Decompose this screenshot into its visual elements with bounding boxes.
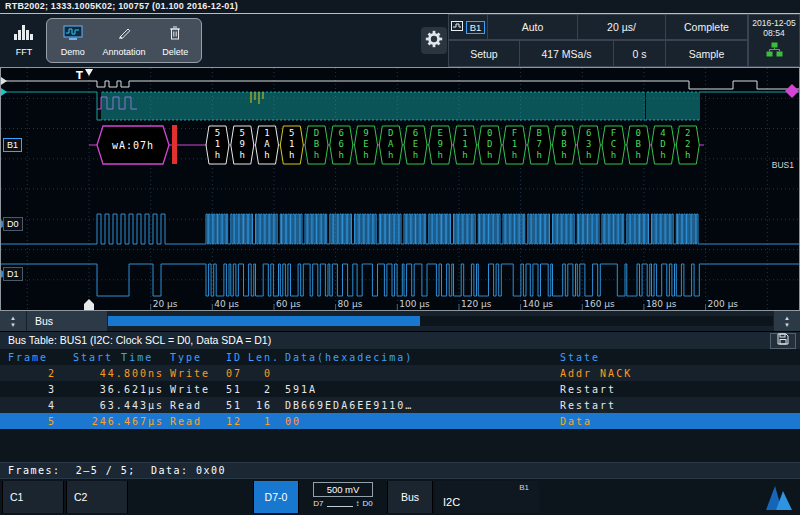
bus-tab-bar: ▲▼ Bus ▲▼ xyxy=(0,311,800,331)
d0-label: D0 xyxy=(363,499,373,508)
cell-id: 07 xyxy=(222,368,248,379)
toolbar-group: Demo Annotation Delete xyxy=(46,18,202,63)
device-info-text: RTB2002; 1333.1005K02; 100757 (01.100 20… xyxy=(5,1,238,11)
horizontal-position-cell[interactable]: 0 s xyxy=(614,40,666,67)
save-button[interactable] xyxy=(770,333,796,349)
cell-data: DB669EDA6EE9110… xyxy=(272,400,560,411)
svg-text:160 µs: 160 µs xyxy=(584,299,615,309)
cell-len: 2 xyxy=(248,384,272,395)
delete-label: Delete xyxy=(162,47,188,57)
cell-id: 51 xyxy=(222,384,248,395)
column-header-id: ID xyxy=(222,352,248,363)
cell-type: Write xyxy=(164,384,222,395)
svg-text:63h: 63h xyxy=(586,128,591,160)
bus1-trace-label: BUS1 xyxy=(772,160,794,170)
threshold-value: 500 mV xyxy=(313,482,373,497)
bus-table-row[interactable]: 5246.467µsRead12100Data xyxy=(0,413,800,429)
d1-channel-badge[interactable]: D1 xyxy=(3,267,23,281)
sample-rate-cell[interactable]: 417 MSa/s xyxy=(520,40,614,67)
up-arrow-icon: ▲ xyxy=(784,315,790,321)
oscilloscope-screen: RTB2002; 1333.1005K02; 100757 (01.100 20… xyxy=(0,0,800,515)
bus-table-row[interactable]: 336.621µsWrite512591ARestart xyxy=(0,381,800,397)
svg-text:11h: 11h xyxy=(462,128,467,160)
trigger-mode-cell[interactable]: Auto xyxy=(488,14,578,40)
waveform-display[interactable]: 20 µs40 µs60 µs80 µs100 µs120 µs140 µs16… xyxy=(0,67,800,311)
cell-state: Restart xyxy=(560,400,800,411)
cell-data: 591A xyxy=(272,384,560,395)
digital-levels-row: D7 ↕ D0 xyxy=(301,499,385,508)
frames-summary: Frames: 2–5 / 5; Data: 0x00 xyxy=(0,462,800,478)
up-down-arrow-icon: ↕ xyxy=(356,500,360,508)
column-header-type: Type xyxy=(164,352,222,363)
bus-button[interactable]: Bus xyxy=(387,481,433,513)
svg-text:120 µs: 120 µs xyxy=(461,299,492,309)
bus-scrollbar-track xyxy=(108,316,773,326)
column-header-state: State xyxy=(560,352,800,363)
demo-screen-icon xyxy=(63,25,83,45)
collapse-arrows-right[interactable]: ▲▼ xyxy=(774,311,800,331)
trigger-setup-cell[interactable]: Setup xyxy=(448,40,520,67)
waveform-plot: 20 µs40 µs60 µs80 µs100 µs120 µs140 µs16… xyxy=(1,68,799,310)
timebase-cell[interactable]: 20 µs/ xyxy=(578,14,666,40)
svg-text:20 µs: 20 µs xyxy=(153,299,178,309)
cell-id: 12 xyxy=(222,416,248,427)
svg-text:140 µs: 140 µs xyxy=(523,299,554,309)
svg-text:6Eh: 6Eh xyxy=(413,128,418,160)
svg-text:59h: 59h xyxy=(240,128,245,160)
cell-frame: 4 xyxy=(0,400,56,411)
bus-scrollbar-thumb[interactable] xyxy=(108,316,420,326)
collapse-arrows-left[interactable]: ▲▼ xyxy=(0,311,26,331)
channel-c2-button[interactable]: C2 xyxy=(66,481,128,513)
cell-data: 00 xyxy=(272,416,560,427)
cell-type: Read xyxy=(164,416,222,427)
annotation-label: Annotation xyxy=(102,47,145,57)
svg-text:B7h: B7h xyxy=(537,128,542,160)
bus1-waveform-badge[interactable]: B1 xyxy=(3,138,22,152)
cell-len: 16 xyxy=(248,400,272,411)
d0-channel-badge[interactable]: D0 xyxy=(3,217,23,231)
cell-len: 1 xyxy=(248,416,272,427)
svg-text:80 µs: 80 µs xyxy=(338,299,363,309)
bus-table-row[interactable]: 463.443µsRead5116DB669EDA6EE9110…Restart xyxy=(0,397,800,413)
device-info-bar: RTB2002; 1333.1005K02; 100757 (01.100 20… xyxy=(0,0,800,14)
svg-text:9Eh: 9Eh xyxy=(363,128,368,160)
delete-button[interactable]: Delete xyxy=(150,19,201,62)
cell-frame: 3 xyxy=(0,384,56,395)
svg-text:F1h: F1h xyxy=(512,128,517,160)
bus-table: FrameStart TimeTypeIDLen.Data(hexadecima… xyxy=(0,349,800,462)
status-panel: B1 Auto 20 µs/ Complete Setup 417 MSa/s … xyxy=(448,14,748,67)
svg-text:0Bh: 0Bh xyxy=(561,128,566,160)
svg-text:0Dh: 0Dh xyxy=(487,128,492,160)
pencil-icon xyxy=(116,25,132,45)
cell-state: Addr NACK xyxy=(560,368,800,379)
bus-tab[interactable]: Bus xyxy=(27,311,107,331)
logic-level-line xyxy=(327,500,353,507)
b1-bus-indicator[interactable]: B1 xyxy=(448,14,488,40)
fft-spectrum-icon xyxy=(13,24,35,44)
bus-protocol-indicator[interactable]: B1 I2C xyxy=(435,481,539,513)
acquisition-status-cell[interactable]: Complete xyxy=(666,14,748,40)
demo-label: Demo xyxy=(61,47,85,57)
bus-display-icon xyxy=(451,21,463,33)
fft-button[interactable]: FFT xyxy=(6,19,42,62)
bus-table-row[interactable]: 244.800nsWrite070Addr NACK xyxy=(0,365,800,381)
cell-start: 63.443µs xyxy=(56,400,164,411)
svg-text:DBh: DBh xyxy=(314,128,319,160)
svg-text:22h: 22h xyxy=(685,128,690,160)
digital-threshold-widget[interactable]: 500 mV D7 ↕ D0 xyxy=(301,481,385,513)
cell-start: 44.800ns xyxy=(56,368,164,379)
fft-label: FFT xyxy=(16,47,33,57)
cell-type: Write xyxy=(164,368,222,379)
column-header-data: Data(hexadecima) xyxy=(272,352,560,363)
toolbar: FFT Demo Annotation Delete B1 xyxy=(0,14,800,67)
floppy-disk-icon xyxy=(777,333,789,350)
bus-table-title-bar: Bus Table: BUS1 (I2C: Clock SCL = D0, Da… xyxy=(0,331,800,349)
svg-text:1Ah: 1Ah xyxy=(264,128,270,160)
annotation-button[interactable]: Annotation xyxy=(98,19,149,62)
acquisition-mode-cell[interactable]: Sample xyxy=(666,40,748,67)
channel-c1-button[interactable]: C1 xyxy=(2,481,64,513)
demo-button[interactable]: Demo xyxy=(47,19,98,62)
digital-d7-0-button[interactable]: D7-0 xyxy=(253,481,299,513)
settings-gear-button[interactable] xyxy=(421,27,447,54)
trash-icon xyxy=(168,25,182,45)
